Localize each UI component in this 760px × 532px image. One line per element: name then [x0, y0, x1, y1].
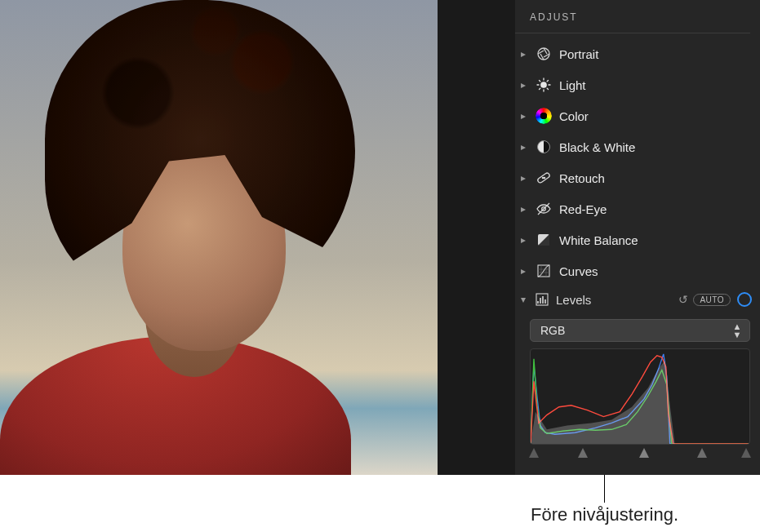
chevron-right-icon: ▸	[518, 265, 528, 277]
highlights-handle[interactable]	[697, 448, 707, 458]
chevron-right-icon: ▸	[518, 79, 528, 91]
section-label: Portrait	[559, 47, 752, 61]
svg-point-9	[544, 177, 544, 178]
section-color[interactable]: ▸ Color	[515, 100, 760, 131]
eye-off-icon	[535, 200, 553, 218]
section-retouch[interactable]: ▸ Retouch	[515, 162, 760, 193]
levels-icon	[533, 291, 551, 308]
channel-selected-value: RGB	[540, 324, 730, 337]
panel-title: ADJUST	[515, 0, 750, 33]
aperture-icon	[535, 45, 553, 63]
white-point-handle[interactable]	[741, 448, 751, 458]
curves-icon	[535, 262, 553, 280]
midtones-handle[interactable]	[639, 448, 649, 458]
bandage-icon	[535, 169, 553, 187]
svg-marker-14	[531, 361, 675, 444]
chevron-right-icon: ▸	[518, 141, 528, 153]
svg-point-0	[538, 48, 549, 60]
shadows-handle[interactable]	[578, 448, 588, 458]
section-portrait[interactable]: ▸ Portrait	[515, 38, 760, 69]
chevron-right-icon: ▸	[518, 203, 528, 215]
caption-text: Före nivåjustering.	[0, 504, 760, 525]
section-label: Levels	[556, 293, 673, 307]
undo-icon[interactable]: ↺	[678, 293, 688, 306]
chevron-right-icon: ▸	[518, 48, 528, 60]
section-curves[interactable]: ▸ Curves	[515, 255, 760, 286]
section-label: Red-Eye	[559, 202, 752, 216]
section-label: Curves	[559, 264, 752, 278]
adjust-panel: ADJUST ▸ Portrait ▸	[515, 0, 760, 475]
black-point-handle[interactable]	[529, 448, 539, 458]
section-label: Retouch	[559, 171, 752, 185]
chevron-right-icon: ▸	[518, 234, 528, 246]
photo-preview	[0, 0, 438, 475]
chevron-right-icon: ▸	[518, 110, 528, 122]
svg-point-8	[542, 177, 543, 178]
enable-toggle[interactable]	[737, 292, 752, 307]
section-label: Color	[559, 109, 752, 123]
levels-histogram[interactable]	[530, 348, 750, 445]
sun-icon	[535, 76, 553, 94]
section-light[interactable]: ▸ Light	[515, 69, 760, 100]
color-wheel-icon	[535, 107, 553, 125]
channel-select[interactable]: RGB ▲▼	[530, 319, 750, 342]
chevron-down-icon: ▾	[518, 294, 528, 305]
callout-line	[604, 475, 605, 503]
section-label: Light	[559, 78, 752, 92]
gutter	[438, 0, 515, 475]
section-label: White Balance	[559, 233, 752, 247]
chevron-right-icon: ▸	[518, 172, 528, 184]
section-red-eye[interactable]: ▸ Red-Eye	[515, 193, 760, 224]
svg-point-1	[541, 82, 546, 87]
half-circle-icon	[535, 138, 553, 156]
section-levels[interactable]: ▾ Levels ↺ AUTO	[515, 286, 760, 313]
updown-icon: ▲▼	[730, 322, 744, 339]
caption-area: Före nivåjustering.	[0, 475, 760, 532]
auto-button[interactable]: AUTO	[693, 294, 731, 306]
levels-slider-track[interactable]	[530, 446, 750, 463]
section-label: Black & White	[559, 140, 752, 154]
section-black-white[interactable]: ▸ Black & White	[515, 131, 760, 162]
white-balance-icon	[535, 231, 553, 249]
section-white-balance[interactable]: ▸ White Balance	[515, 224, 760, 255]
